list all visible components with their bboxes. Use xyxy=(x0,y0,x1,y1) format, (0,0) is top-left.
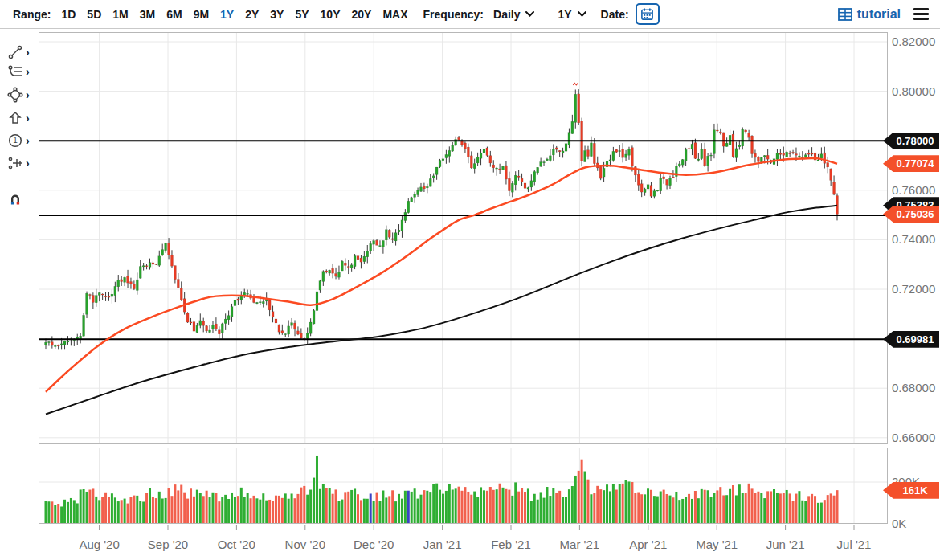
brand-link[interactable]: tutorial xyxy=(838,7,901,22)
fibonacci-expand-chevron-icon[interactable]: › xyxy=(26,66,30,77)
magnet-tool-button[interactable] xyxy=(7,190,23,208)
price-pane-border xyxy=(39,33,888,444)
range-item-3m[interactable]: 3M xyxy=(134,8,161,21)
measure-icon xyxy=(7,155,23,171)
frequency-value: Daily xyxy=(493,8,520,21)
x-axis-label: Oct '20 xyxy=(204,538,268,551)
y-axis-label: 0.76000 xyxy=(892,183,935,197)
y-axis-label: 0.80000 xyxy=(892,84,935,98)
price-badge-0.69981: 0.69981 xyxy=(883,331,939,348)
frequency-label: Frequency: xyxy=(423,8,484,21)
magnet-icon xyxy=(7,191,23,207)
range-item-1m[interactable]: 1M xyxy=(107,8,133,21)
calendar-icon xyxy=(640,7,654,21)
frequency-select[interactable]: Daily xyxy=(488,8,539,21)
range-item-6m[interactable]: 6M xyxy=(161,8,187,21)
trendline-tool-button[interactable]: › xyxy=(7,43,30,61)
x-axis-label: Aug '20 xyxy=(67,538,132,551)
charting-app: Range: 1D5D1M3M6M9M1Y2Y3Y5Y10Y20YMAX Fre… xyxy=(0,0,940,560)
arrows-icon xyxy=(7,110,23,126)
range-item-max[interactable]: MAX xyxy=(377,8,413,21)
price-badge-0.75036: 0.75036 xyxy=(883,206,939,223)
gridlines xyxy=(39,33,887,530)
x-axis-label: Dec '20 xyxy=(341,538,406,551)
range-item-2y[interactable]: 2Y xyxy=(239,8,264,21)
toolbar-separator xyxy=(546,5,546,24)
fibonacci-tool-button[interactable]: › xyxy=(7,63,30,80)
chevron-down-icon xyxy=(578,11,586,17)
range-item-9m[interactable]: 9M xyxy=(188,8,215,21)
x-axis-label: Mar '21 xyxy=(547,538,611,551)
high-marker xyxy=(573,83,578,85)
x-axis: Aug '20Sep '20Oct '20Nov '20Dec '20Jan '… xyxy=(0,533,940,554)
toolbar: Range: 1D5D1M3M6M9M1Y2Y3Y5Y10Y20YMAX Fre… xyxy=(0,0,940,29)
range-item-5d[interactable]: 5D xyxy=(81,8,107,21)
x-axis-label: Feb '21 xyxy=(479,538,543,551)
x-axis-label: Sep '20 xyxy=(136,538,200,551)
range-item-10y[interactable]: 10Y xyxy=(315,8,346,21)
y-axis-label: 0.82000 xyxy=(892,35,935,48)
chart-svg[interactable] xyxy=(39,32,888,533)
date-label: Date: xyxy=(601,8,629,21)
x-axis-label: Apr '21 xyxy=(616,538,680,551)
sma-fast-line[interactable] xyxy=(46,158,837,392)
range-label: Range: xyxy=(13,8,51,21)
shapes-expand-chevron-icon[interactable]: › xyxy=(26,89,30,100)
y-axis-label: 0.68000 xyxy=(892,381,935,394)
shapes-icon xyxy=(7,87,23,103)
candles xyxy=(45,89,839,349)
trendline-icon xyxy=(7,44,23,60)
x-axis-label: Nov '20 xyxy=(273,538,337,551)
date-picker-button[interactable] xyxy=(636,3,660,25)
x-axis-label: Jul '21 xyxy=(822,538,886,551)
measure-expand-chevron-icon[interactable]: › xyxy=(26,157,30,169)
chevron-down-icon xyxy=(525,11,534,17)
period-value: 1Y xyxy=(558,8,571,21)
price-badge-161k: 161K xyxy=(883,482,939,499)
range-item-1d[interactable]: 1D xyxy=(55,8,81,21)
drawing-toolbar: ››››1›› xyxy=(0,29,39,559)
price-badge-0.77074: 0.77074 xyxy=(883,155,939,172)
x-axis-label: May '21 xyxy=(685,538,749,551)
y-axis-label: 0.66000 xyxy=(892,431,935,444)
y-axis-label: 0.72000 xyxy=(892,282,935,296)
annotations-expand-chevron-icon[interactable]: › xyxy=(26,135,30,146)
volume-axis-label: 0K xyxy=(892,517,906,530)
svg-text:1: 1 xyxy=(13,136,18,145)
x-axis-label: Jun '21 xyxy=(754,538,818,551)
y-axis-label: 0.74000 xyxy=(892,232,935,246)
sma-slow-line[interactable] xyxy=(46,206,837,415)
shapes-tool-button[interactable]: › xyxy=(7,86,30,104)
period-select[interactable]: 1Y xyxy=(553,8,591,21)
brand-name: tutorial xyxy=(857,7,901,22)
y-axis: 0.820000.800000.760000.740000.720000.680… xyxy=(881,0,940,560)
measure-tool-button[interactable]: › xyxy=(7,154,30,172)
range-item-5y[interactable]: 5Y xyxy=(289,8,314,21)
arrows-tool-button[interactable]: › xyxy=(7,109,30,127)
fibonacci-icon xyxy=(7,63,23,80)
range-item-20y[interactable]: 20Y xyxy=(346,8,378,21)
hamburger-icon xyxy=(913,8,929,10)
x-axis-label: Jan '21 xyxy=(411,538,475,551)
arrows-expand-chevron-icon[interactable]: › xyxy=(26,112,30,124)
annotations-tool-button[interactable]: 1› xyxy=(7,132,30,149)
range-item-1y[interactable]: 1Y xyxy=(215,8,239,21)
range-list: 1D5D1M3M6M9M1Y2Y3Y5Y10Y20YMAX xyxy=(55,8,413,21)
trendline-expand-chevron-icon[interactable]: › xyxy=(26,47,30,58)
brand-grid-icon xyxy=(838,8,852,21)
annotations-icon: 1 xyxy=(7,133,23,149)
range-item-3y[interactable]: 3Y xyxy=(264,8,289,21)
price-badge-0.78000: 0.78000 xyxy=(883,133,939,149)
volume-bars xyxy=(45,456,839,524)
menu-button[interactable] xyxy=(913,8,929,21)
